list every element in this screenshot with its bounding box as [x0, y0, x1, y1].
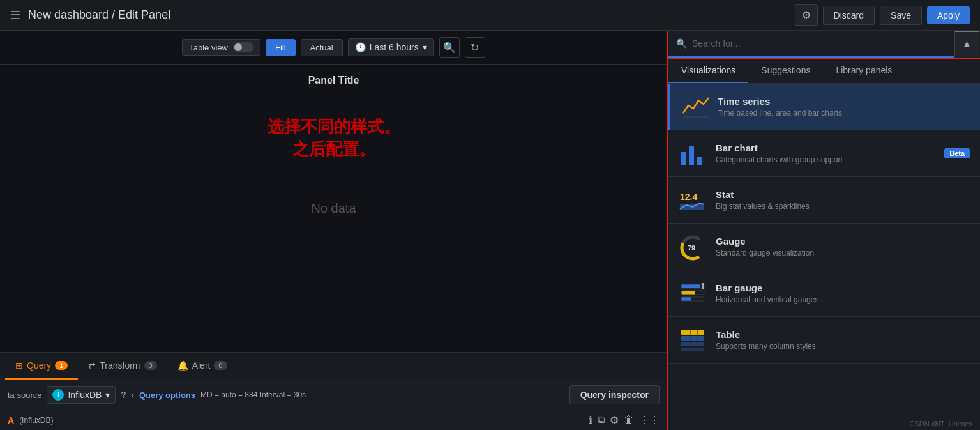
gauge-info: Gauge Standard gauge visualization [716, 236, 970, 257]
watermark: CSDN @IT_Holmes [909, 420, 972, 427]
right-tabs: Visualizations Suggestions Library panel… [668, 59, 980, 84]
tab-library-panels[interactable]: Library panels [823, 59, 905, 83]
time-label: Last 6 hours [370, 42, 419, 52]
table-desc: Supports many column styles [716, 342, 970, 351]
time-series-name: Time series [718, 96, 970, 107]
panel-title: Panel Title [308, 75, 359, 86]
tab-query[interactable]: ⊞ Query 1 [5, 353, 78, 380]
drag-handle-icon[interactable]: ⋮⋮ [639, 414, 660, 426]
collapse-button[interactable]: ▲ [954, 31, 980, 58]
viz-item-bar-gauge[interactable]: Bar gauge Horizontal and vertical gauges [668, 270, 980, 317]
bar-chart-icon [679, 139, 707, 167]
svg-rect-14 [702, 283, 704, 289]
hamburger-icon[interactable]: ☰ [10, 8, 20, 22]
query-icon: ⊞ [15, 360, 23, 371]
tab-suggestions[interactable]: Suggestions [748, 59, 823, 83]
table-view-switch[interactable] [233, 42, 253, 52]
viz-item-bar-chart[interactable]: Bar chart Categorical charts with group … [668, 130, 980, 177]
discard-button[interactable]: Discard [823, 6, 875, 25]
query-inspector-button[interactable]: Query inspector [569, 385, 660, 404]
svg-rect-12 [681, 297, 691, 301]
save-button[interactable]: Save [880, 6, 922, 25]
annotation-text: 选择不同的样式。之后配置。 [268, 116, 400, 160]
help-icon[interactable]: ? [121, 390, 126, 400]
delete-icon[interactable]: 🗑 [624, 414, 634, 426]
viz-list: Time series Time based line, area and ba… [668, 84, 980, 430]
svg-text:12.4: 12.4 [680, 192, 697, 202]
bell-icon: 🔔 [177, 360, 188, 371]
refresh-button[interactable]: ↻ [465, 37, 485, 58]
right-panel: 🔍 ▲ Visualizations Suggestions Library p… [667, 31, 980, 430]
query-badge: 1 [55, 361, 68, 370]
main-content: Table view Fill Actual 🕐 Last 6 hours ▾ … [0, 31, 980, 430]
bar-gauge-info: Bar gauge Horizontal and vertical gauges [716, 282, 970, 304]
bar-gauge-desc: Horizontal and vertical gauges [716, 295, 970, 304]
query-row-actions: ℹ ⧉ ⚙ 🗑 ⋮⋮ [589, 414, 660, 426]
query-options-link[interactable]: Query options [139, 390, 195, 400]
panel-toolbar: Table view Fill Actual 🕐 Last 6 hours ▾ … [0, 31, 667, 65]
svg-rect-15 [681, 330, 704, 335]
transform-badge: 0 [144, 361, 157, 370]
query-row: A (InfluxDB) ℹ ⧉ ⚙ 🗑 ⋮⋮ [0, 410, 667, 430]
datasource-select[interactable]: I InfluxDB ▾ [47, 386, 116, 404]
stat-info: Stat Big stat values & sparklines [716, 189, 970, 211]
clock-icon: 🕐 [355, 42, 366, 52]
gauge-icon: 79 [679, 233, 707, 261]
viz-item-gauge[interactable]: 79 Gauge Standard gauge visualization [668, 224, 980, 270]
bar-chart-info: Bar chart Categorical charts with group … [716, 142, 935, 164]
svg-rect-17 [681, 342, 704, 346]
query-row-label: A [8, 415, 14, 426]
gauge-name: Gauge [716, 236, 970, 247]
tab-visualizations[interactable]: Visualizations [668, 59, 748, 83]
no-data-label: No data [311, 201, 356, 216]
svg-rect-1 [689, 146, 694, 165]
query-meta: MD = auto = 834 Interval = 30s [200, 390, 306, 399]
copy-icon[interactable]: ⧉ [598, 414, 605, 426]
beta-badge: Beta [944, 148, 970, 158]
stat-name: Stat [716, 189, 970, 200]
query-tab-label: Query [27, 360, 51, 371]
search-box: 🔍 [668, 31, 954, 58]
alert-badge: 0 [214, 361, 227, 370]
svg-text:79: 79 [688, 244, 695, 252]
time-picker[interactable]: 🕐 Last 6 hours ▾ [348, 38, 434, 56]
query-row-sublabel: (InfluxDB) [19, 416, 53, 425]
bar-gauge-name: Bar gauge [716, 282, 970, 293]
transform-icon: ⇄ [88, 360, 96, 371]
table-icon [679, 326, 707, 354]
right-panel-top: 🔍 ▲ [668, 31, 980, 59]
viz-item-stat[interactable]: 12.4 Stat Big stat values & sparklines [668, 177, 980, 224]
stat-icon: 12.4 [679, 186, 707, 214]
zoom-out-button[interactable]: 🔍 [439, 37, 460, 58]
table-view-toggle[interactable]: Table view [182, 39, 260, 56]
tab-transform[interactable]: ⇄ Transform 0 [78, 353, 167, 380]
search-input[interactable] [692, 31, 947, 56]
bar-gauge-icon [679, 279, 707, 307]
fill-button[interactable]: Fill [266, 39, 296, 56]
bar-chart-name: Bar chart [716, 142, 935, 153]
viz-item-time-series[interactable]: Time series Time based line, area and ba… [668, 84, 980, 130]
search-icon: 🔍 [676, 38, 687, 49]
panel-area: Panel Title 选择不同的样式。之后配置。 No data [0, 65, 667, 352]
page-title: New dashboard / Edit Panel [28, 8, 170, 22]
table-name: Table [716, 329, 970, 340]
svg-rect-10 [681, 291, 695, 295]
tab-alert[interactable]: 🔔 Alert 0 [167, 353, 237, 380]
settings-icon[interactable]: ⚙ [610, 414, 619, 426]
query-bar: ta source I InfluxDB ▾ ? › Query options… [0, 380, 667, 410]
bar-chart-desc: Categorical charts with group support [716, 155, 935, 164]
apply-button[interactable]: Apply [927, 6, 970, 24]
table-view-label: Table view [189, 43, 228, 52]
time-series-icon [681, 93, 709, 121]
info-icon[interactable]: ℹ [589, 414, 592, 426]
viz-item-table[interactable]: Table Supports many column styles [668, 317, 980, 364]
chevron-down-icon: ▾ [105, 390, 110, 400]
settings-button[interactable]: ⚙ [795, 4, 818, 26]
chevron-right-icon[interactable]: › [131, 390, 134, 400]
actual-button[interactable]: Actual [301, 39, 343, 56]
time-series-info: Time series Time based line, area and ba… [718, 96, 970, 118]
svg-rect-2 [697, 157, 702, 165]
chevron-down-icon: ▾ [423, 42, 427, 52]
gauge-desc: Standard gauge visualization [716, 249, 970, 257]
stat-desc: Big stat values & sparklines [716, 202, 970, 211]
